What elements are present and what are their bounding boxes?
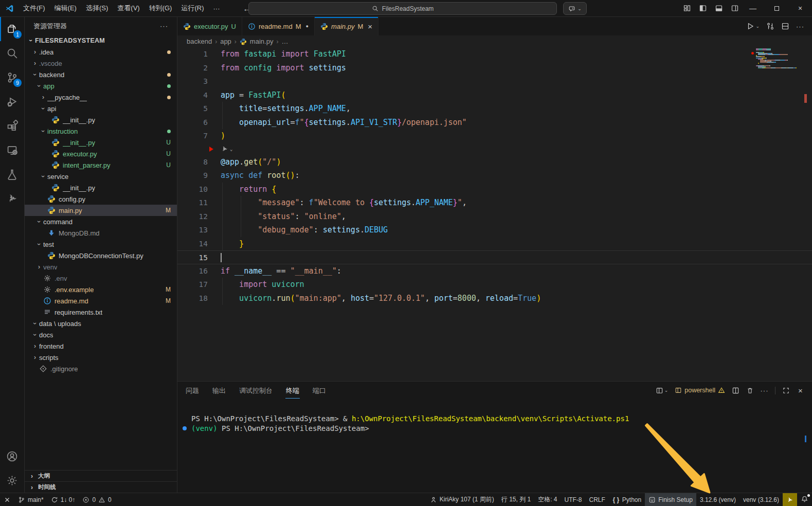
kill-terminal-icon[interactable] (746, 387, 754, 394)
line-number[interactable]: 12 (177, 210, 208, 224)
command-center[interactable]: FilesReadSysteam (248, 2, 557, 15)
line-number[interactable]: 14 (177, 237, 208, 251)
tree-item-.idea[interactable]: ›.idea (25, 46, 177, 58)
code-line-14[interactable]: 14 } (177, 237, 812, 251)
line-number[interactable]: 9 (177, 169, 208, 183)
status-finish-setup[interactable]: Finish Setup (645, 493, 696, 506)
status-cursor-position[interactable]: 行 15, 列 1 (498, 493, 534, 506)
code-line-8[interactable]: 8@app.get("/") (177, 155, 812, 169)
tree-item-api[interactable]: ›api (25, 103, 177, 114)
line-number[interactable]: 17 (177, 278, 208, 292)
command-decoration-dot[interactable] (183, 426, 187, 430)
tree-item-__pycache__[interactable]: ›__pycache__ (25, 92, 177, 103)
activity-item-settings[interactable] (0, 468, 24, 493)
maximize-button[interactable] (765, 0, 788, 16)
activity-item-testing[interactable] (0, 162, 24, 186)
inline-extension-widget[interactable]: ⌄ (177, 143, 812, 155)
code-line-6[interactable]: 6 openapi_url=f"{settings.API_V1_STR}/op… (177, 116, 812, 130)
launch-profile-button[interactable]: ⌄ (656, 387, 669, 394)
dirty-dot-icon[interactable]: ● (305, 24, 308, 29)
line-number[interactable]: 6 (177, 116, 208, 130)
line-number[interactable]: 13 (177, 223, 208, 237)
menu-[interactable]: ··· (208, 3, 224, 14)
close-icon[interactable]: × (368, 22, 372, 31)
status-venv-version[interactable]: venv (3.12.6) (739, 493, 783, 506)
breadcrumb-item[interactable]: … (281, 38, 288, 45)
activity-item-search[interactable] (0, 41, 24, 65)
minimize-button[interactable]: — (741, 0, 765, 16)
status-remote[interactable] (0, 493, 14, 506)
menu-r[interactable]: 运行(R) (176, 2, 208, 14)
menu-f[interactable]: 文件(F) (19, 2, 50, 14)
line-number[interactable]: 11 (177, 196, 208, 210)
status-blame[interactable]: KiriAky 107 (1 周前) (426, 493, 498, 506)
tree-item-venv[interactable]: ›venv (25, 261, 177, 273)
status-language[interactable]: { }Python (609, 493, 645, 506)
code-line-13[interactable]: 13 "debug_mode": settings.DEBUG (177, 223, 812, 237)
tab-readme.md[interactable]: readme.mdM● (242, 17, 315, 35)
activity-item-pinwheel-extension[interactable] (0, 186, 24, 210)
section-大纲[interactable]: ›大纲 (25, 470, 177, 481)
code-line-17[interactable]: 17 import uvicorn (177, 278, 812, 292)
tree-item-app[interactable]: ›app (25, 80, 177, 92)
status-eol[interactable]: CRLF (586, 493, 609, 506)
tree-item-instruction[interactable]: ›instruction (25, 125, 177, 137)
customize-layout-icon[interactable] (683, 4, 691, 12)
open-changes-icon[interactable] (766, 22, 774, 30)
tree-item-.env.example[interactable]: .env.exampleM (25, 284, 177, 295)
panel-tab-终端[interactable]: 终端 (285, 383, 300, 399)
line-number[interactable]: 15 (177, 251, 208, 264)
tree-root[interactable]: ›FILESREADSYSTEAM (25, 35, 177, 46)
code-line-16[interactable]: 16if __name__ == "__main__": (177, 264, 812, 278)
tree-item-config.py[interactable]: config.py (25, 193, 177, 205)
activity-item-source-control[interactable]: 9 (0, 65, 24, 89)
code-line-7[interactable]: 7) (177, 129, 812, 143)
tree-item-test[interactable]: ›test (25, 239, 177, 250)
panel-tab-端口[interactable]: 端口 (312, 383, 327, 399)
more-actions-icon[interactable]: ··· (160, 22, 168, 30)
tab-executor.py[interactable]: executor.pyU (177, 17, 242, 35)
tree-item-.vscode[interactable]: ›.vscode (25, 58, 177, 69)
minimap[interactable] (742, 48, 795, 68)
code-line-4[interactable]: 4app = FastAPI( (177, 88, 812, 102)
line-number[interactable]: 2 (177, 61, 208, 75)
tab-main.py[interactable]: main.pyM× (315, 17, 378, 35)
line-number[interactable]: 16 (177, 264, 208, 278)
chat-button[interactable]: ⌄ (563, 2, 587, 15)
menu-g[interactable]: 转到(G) (145, 2, 177, 14)
code-line-2[interactable]: 2from config import settings (177, 61, 812, 75)
status-branch[interactable]: main* (14, 493, 47, 506)
tree-item-backend[interactable]: ›backend (25, 69, 177, 80)
line-number[interactable]: 5 (177, 102, 208, 116)
activity-item-remote-explorer[interactable] (0, 138, 24, 162)
split-editor-icon[interactable] (781, 22, 789, 30)
code-line-9[interactable]: 9async def root(): (177, 169, 812, 183)
panel-tab-输出[interactable]: 输出 (212, 383, 226, 399)
menu-v[interactable]: 查看(V) (113, 2, 144, 14)
split-terminal-icon[interactable] (732, 387, 739, 394)
menu-e[interactable]: 编辑(E) (50, 2, 81, 14)
breadcrumb-item[interactable]: backend (187, 38, 212, 45)
maximize-panel-icon[interactable] (782, 387, 790, 394)
tree-item-.env[interactable]: .env (25, 273, 177, 284)
code-line-18[interactable]: 18 uvicorn.run("main:app", host="127.0.0… (177, 292, 812, 305)
activity-item-run-debug[interactable] (0, 89, 24, 114)
tree-item-MongoDBConnectionTest.py[interactable]: MongoDBConnectionTest.py (25, 250, 177, 261)
tree-item-service[interactable]: ›service (25, 171, 177, 182)
line-number[interactable]: 8 (177, 155, 208, 169)
code-line-1[interactable]: 1from fastapi import FastAPI (177, 47, 812, 61)
activity-item-account[interactable] (0, 444, 24, 468)
activity-item-extensions[interactable] (0, 114, 24, 138)
tree-item-docs[interactable]: ›docs (25, 329, 177, 340)
status-sync[interactable]: 1↓ 0↑ (47, 493, 79, 506)
tree-item-main.py[interactable]: main.pyM (25, 205, 177, 216)
line-number[interactable]: 1 (177, 47, 208, 61)
tree-item-__init__.py[interactable]: __init__.py (25, 182, 177, 193)
tree-item-.gitignore[interactable]: .gitignore (25, 363, 177, 374)
run-button[interactable]: ⌄ (746, 22, 760, 30)
menu-s[interactable]: 选择(S) (81, 2, 113, 14)
tree-item-frontend[interactable]: ›frontend (25, 340, 177, 352)
code-line-3[interactable]: 3 (177, 75, 812, 88)
line-number[interactable]: 18 (177, 292, 208, 305)
code-line-11[interactable]: 11 "message": f"Welcome to {settings.APP… (177, 196, 812, 210)
